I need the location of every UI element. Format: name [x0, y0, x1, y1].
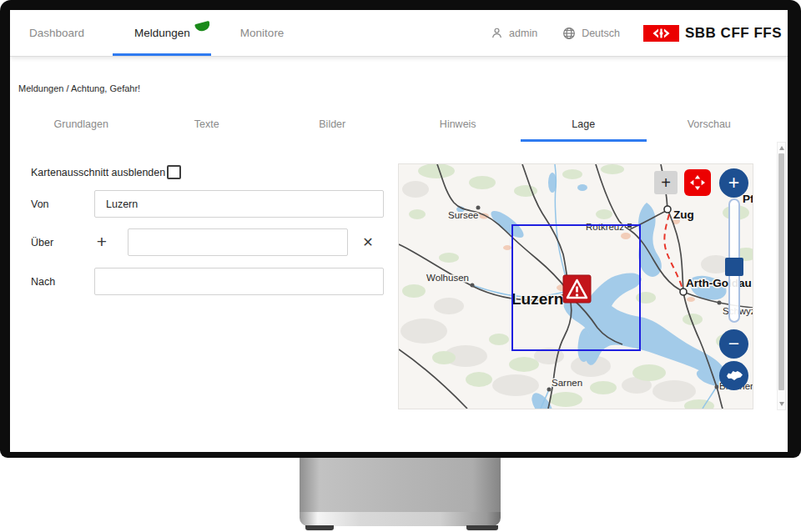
scroll-down-icon[interactable]	[779, 402, 784, 406]
ueber-input[interactable]	[128, 228, 348, 256]
map-zoom-slider[interactable]	[728, 198, 740, 323]
tab-bilder[interactable]: Bilder	[270, 107, 395, 142]
map-label-arth-goldau: Arth-Goldau	[686, 277, 752, 289]
monitor-foot	[466, 525, 498, 530]
content-scrollbar[interactable]	[777, 142, 786, 410]
ueber-label: Über	[31, 237, 53, 248]
nach-input[interactable]	[94, 268, 384, 295]
nav-item-label: Meldungen	[134, 27, 190, 39]
von-input[interactable]	[94, 190, 384, 218]
nav-item-meldungen[interactable]: Meldungen	[133, 10, 192, 56]
map-label-wolhusen: Wolhusen	[426, 273, 469, 283]
hide-map-checkbox[interactable]	[167, 165, 181, 179]
user-menu[interactable]: admin	[491, 27, 537, 39]
map-label-zug: Zug	[673, 208, 694, 221]
tab-bar: Grundlagen Texte Bilder Hinweis Lage Vor…	[18, 107, 772, 142]
map-label-sursee: Sursee	[448, 210, 478, 220]
user-icon	[491, 27, 503, 39]
tab-grundlagen[interactable]: Grundlagen	[18, 107, 144, 142]
move-arrows-icon	[689, 174, 706, 191]
language-label: Deutsch	[582, 28, 620, 39]
monitor-foot	[305, 525, 334, 530]
nav-item-label: Dashboard	[29, 27, 84, 39]
nav-item-monitore[interactable]: Monitore	[239, 10, 286, 56]
breadcrumb: Meldungen / Achtung, Gefahr!	[18, 83, 140, 93]
tab-texte[interactable]: Texte	[144, 107, 270, 142]
map-zoom-slider-handle[interactable]	[725, 258, 743, 276]
nav-item-dashboard[interactable]: Dashboard	[28, 10, 86, 56]
warning-marker-icon[interactable]	[563, 275, 591, 303]
map-label-pf: Pf	[743, 193, 753, 205]
nav-right: admin Deutsch	[491, 10, 788, 56]
scrollbar-thumb[interactable]	[778, 153, 784, 390]
user-name: admin	[509, 28, 537, 39]
von-label: Von	[31, 198, 49, 210]
map-label-sarnen: Sarnen	[552, 378, 582, 388]
monitor-stand-base	[300, 512, 501, 526]
hide-map-label: Kartenausschnitt ausblenden	[31, 167, 165, 178]
brand-text: SBB CFF FFS	[685, 25, 782, 42]
map-label-luzern: Luzern	[511, 290, 563, 308]
map-home-switzerland-button[interactable]	[719, 361, 748, 390]
monitor-mockup: Dashboard Meldungen Monitore admin	[0, 0, 801, 532]
map-canvas: Sursee Zug Rotkreuz Wolhusen Arth-Goldau…	[399, 164, 753, 409]
app-screen: Dashboard Meldungen Monitore admin	[10, 10, 788, 452]
top-nav: Dashboard Meldungen Monitore admin	[10, 10, 788, 57]
language-menu[interactable]: Deutsch	[562, 27, 620, 40]
map-zoom-out-button[interactable]: −	[719, 329, 748, 359]
map-zoom-in-button[interactable]: +	[719, 168, 748, 198]
green-badge-icon	[194, 21, 211, 33]
nav-item-label: Monitore	[240, 27, 285, 39]
nav-left: Dashboard Meldungen Monitore	[10, 10, 285, 56]
clear-via-button[interactable]: ✕	[359, 232, 377, 252]
map-label-rotkreuz: Rotkreuz	[586, 222, 624, 232]
nach-label: Nach	[31, 276, 55, 288]
add-via-button[interactable]: +	[92, 230, 112, 253]
switzerland-shape-icon	[725, 369, 743, 382]
tab-hinweis[interactable]: Hinweis	[395, 107, 521, 142]
map-pan-button[interactable]	[684, 169, 711, 196]
globe-icon	[562, 27, 576, 40]
monitor-stand	[300, 450, 501, 515]
sbb-logo-icon	[643, 25, 679, 42]
map-layer-button[interactable]: +	[654, 171, 678, 194]
sbb-brand: SBB CFF FFS	[643, 25, 782, 42]
tab-vorschau[interactable]: Vorschau	[647, 107, 773, 142]
scroll-up-icon[interactable]	[779, 146, 784, 150]
tab-lage[interactable]: Lage	[521, 107, 647, 142]
map[interactable]: Sursee Zug Rotkreuz Wolhusen Arth-Goldau…	[398, 163, 753, 409]
